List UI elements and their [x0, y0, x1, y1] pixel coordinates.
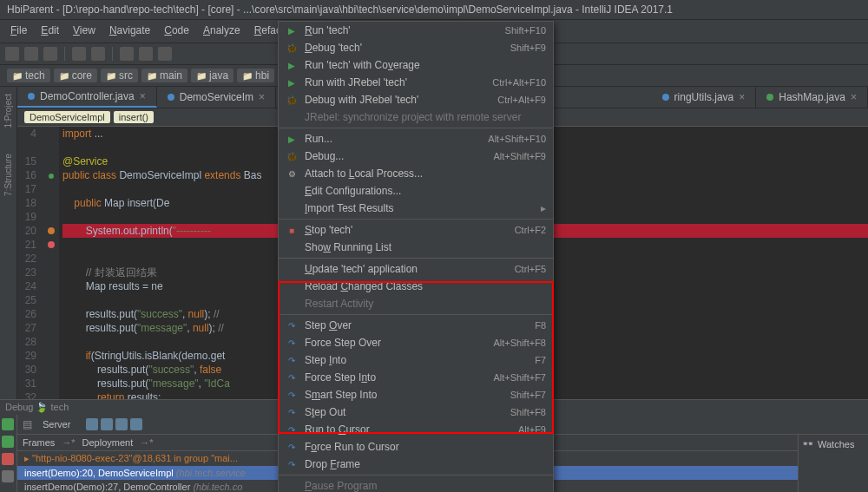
close-icon[interactable]: × [851, 91, 857, 103]
step-ico-icon [286, 423, 298, 436]
rerun-icon[interactable] [2, 418, 14, 430]
menu-item-step-into[interactable]: Step IntoF7 [279, 351, 553, 369]
blank-icon [286, 298, 298, 310]
crumb-tech[interactable]: tech [7, 69, 50, 82]
close-icon[interactable]: × [140, 90, 146, 102]
refresh-icon[interactable] [43, 47, 57, 61]
bug-green-icon [286, 42, 298, 54]
menu-item-import-test-results[interactable]: Import Test Results▸ [279, 200, 553, 217]
menu-item-smart-step-into[interactable]: Smart Step IntoShift+F7 [279, 386, 553, 403]
menu-item-force-step-into[interactable]: Force Step IntoAlt+Shift+F7 [279, 369, 553, 386]
menu-item-step-over[interactable]: Step OverF8 [279, 317, 553, 334]
frames-header[interactable]: Frames [23, 437, 55, 448]
open-icon[interactable] [5, 47, 19, 61]
cut-icon[interactable] [120, 47, 134, 61]
menu-view[interactable]: View [66, 22, 102, 41]
deployment-header[interactable]: Deployment [82, 437, 134, 448]
watches-pane: 👓 Watches [799, 435, 868, 492]
step-ico-icon [286, 458, 298, 470]
run-gutter-icon[interactable] [49, 174, 54, 179]
menu-navigate[interactable]: Navigate [102, 22, 157, 41]
menu-separator [279, 219, 553, 220]
menu-item-drop-frame[interactable]: Drop Frame [279, 456, 553, 473]
structure-tool-tab[interactable]: 7:Structure [3, 154, 13, 196]
editor-tab[interactable]: DemoController.java× [17, 87, 157, 108]
separator [64, 47, 65, 61]
menu-separator [279, 128, 553, 128]
editor-tab[interactable]: ringUtils.java× [652, 87, 757, 108]
play-green-icon [286, 59, 298, 71]
menu-edit[interactable]: Edit [34, 22, 66, 41]
run-menu-dropdown: Run 'tech'Shift+F10Debug 'tech'Shift+F9R… [278, 21, 554, 492]
resume-icon[interactable] [2, 436, 14, 448]
menu-item-run-to-cursor[interactable]: Run to CursorAlt+F9 [279, 421, 553, 438]
play-green-icon [286, 24, 298, 36]
window-title: HbiParent - [D:\repo-hand\repo-tech\tech… [0, 0, 868, 20]
menu-item-force-run-to-cursor[interactable]: Force Run to Cursor [279, 438, 553, 456]
undo-icon[interactable] [72, 47, 86, 61]
menu-item-debug-with-jrebel-tech[interactable]: Debug with JRebel 'tech'Ctrl+Alt+F9 [279, 91, 553, 108]
gear-icon [286, 167, 298, 180]
menu-item-run-tech-with-coverage[interactable]: Run 'tech' with Coverage [279, 56, 553, 74]
menu-item-jrebel-synchronize-project-with-remote-server: JRebel: synchronize project with remote … [279, 108, 553, 126]
project-tool-tab[interactable]: 1:Project [3, 94, 13, 128]
console-icon[interactable]: ▤ [23, 418, 32, 430]
watches-label: Watches [818, 439, 854, 449]
menu-item-run-tech[interactable]: Run 'tech'Shift+F10 [279, 22, 553, 39]
menu-item-debug[interactable]: Debug...Alt+Shift+F9 [279, 148, 553, 165]
context-class[interactable]: DemoServiceImpl [24, 111, 110, 123]
crumb-java[interactable]: java [191, 69, 233, 82]
debug-left-tools [0, 415, 17, 492]
crumb-core[interactable]: core [54, 69, 97, 82]
menu-separator [279, 475, 553, 476]
menu-analyze[interactable]: Analyze [196, 22, 247, 41]
warning-gutter-icon[interactable] [48, 227, 55, 234]
step-into-icon[interactable] [101, 418, 113, 430]
redo-icon[interactable] [91, 47, 105, 61]
run-to-cursor-icon[interactable] [130, 418, 142, 430]
menu-item-run[interactable]: Run...Alt+Shift+F10 [279, 130, 553, 148]
step-ico-icon [286, 389, 298, 401]
crumb-hbi[interactable]: hbi [237, 69, 274, 82]
menu-item-update-tech-application[interactable]: Update 'tech' applicationCtrl+F5 [279, 260, 553, 278]
breakpoints-icon[interactable] [2, 470, 14, 482]
left-tool-strip: 1:Project 7:Structure [0, 87, 17, 399]
copy-icon[interactable] [139, 47, 153, 61]
server-tab[interactable]: Server [37, 417, 76, 431]
paste-icon[interactable] [158, 47, 172, 61]
breakpoint-icon[interactable] [48, 241, 55, 248]
blank-icon [286, 185, 298, 197]
editor-tab[interactable]: DemoServiceIm× [157, 87, 276, 108]
menu-file[interactable]: File [3, 22, 34, 41]
context-method[interactable]: insert() [114, 111, 154, 123]
crumb-main[interactable]: main [141, 69, 187, 82]
menu-code[interactable]: Code [157, 22, 196, 41]
menu-item-force-step-over[interactable]: Force Step OverAlt+Shift+F8 [279, 334, 553, 351]
menu-item-show-running-list[interactable]: Show Running List [279, 239, 553, 256]
menu-item-reload-changed-classes[interactable]: Reload Changed Classes [279, 278, 553, 295]
menu-item-run-with-jrebel-tech[interactable]: Run with JRebel 'tech'Ctrl+Alt+F10 [279, 74, 553, 91]
blank-icon [286, 111, 298, 123]
menu-separator [279, 314, 553, 315]
close-icon[interactable]: × [259, 91, 265, 103]
menu-separator [279, 258, 553, 259]
editor-tab[interactable]: HashMap.java× [756, 87, 868, 108]
play-green-icon [286, 76, 298, 89]
menu-item-step-out[interactable]: Step OutShift+F8 [279, 403, 553, 421]
blank-icon [286, 263, 298, 275]
menu-item-attach-to-local-process[interactable]: Attach to Local Process... [279, 165, 553, 182]
step-ico-icon [286, 337, 298, 349]
step-over-icon[interactable] [86, 418, 98, 430]
step-out-icon[interactable] [115, 418, 128, 430]
save-icon[interactable] [24, 47, 38, 61]
menu-item-stop-tech[interactable]: Stop 'tech'Ctrl+F2 [279, 221, 553, 239]
separator [112, 47, 113, 61]
step-ico-icon [286, 441, 298, 453]
menu-item-edit-configurations[interactable]: Edit Configurations... [279, 182, 553, 200]
line-gutter: 4 15161718192021222324252627282930313233… [17, 127, 43, 399]
close-icon[interactable]: × [739, 91, 745, 103]
crumb-src[interactable]: src [101, 69, 138, 82]
stop-icon[interactable] [2, 453, 14, 465]
blank-icon [286, 280, 298, 292]
menu-item-debug-tech[interactable]: Debug 'tech'Shift+F9 [279, 39, 553, 56]
